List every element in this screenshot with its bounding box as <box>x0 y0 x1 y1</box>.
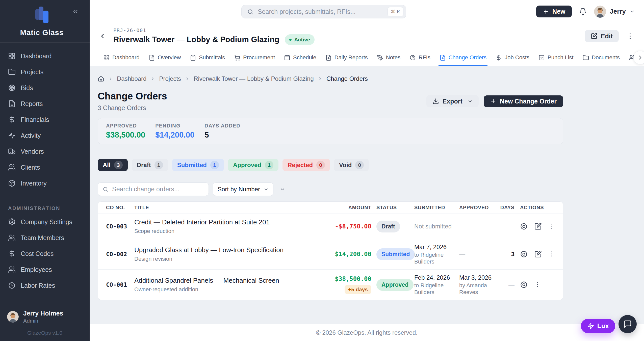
filter-draft[interactable]: Draft1 <box>132 159 168 171</box>
more-options-icon[interactable] <box>548 223 555 230</box>
change-order-search-input[interactable] <box>112 186 204 193</box>
sidebar-item-activity[interactable]: Activity <box>4 129 86 142</box>
sidebar-user-card[interactable]: Jerry Holmes Admin <box>0 303 90 326</box>
more-options-icon[interactable] <box>534 281 541 288</box>
tab-job-costs[interactable]: Job Costs <box>496 49 529 66</box>
breadcrumb-projects[interactable]: Projects <box>159 75 181 82</box>
filter-rejected[interactable]: Rejected0 <box>282 159 330 171</box>
sidebar-item-bids[interactable]: Bids <box>4 81 86 95</box>
notifications-bell-icon[interactable] <box>579 8 587 16</box>
tab-punch-list[interactable]: Punch List <box>538 49 574 66</box>
more-options-icon[interactable] <box>548 250 555 258</box>
user-menu[interactable]: Jerry <box>594 6 635 18</box>
search-icon <box>247 9 254 15</box>
table-row[interactable]: CO-003 Credit — Deleted Interior Partiti… <box>98 214 563 239</box>
row-subtitle: Design revision <box>134 256 321 262</box>
back-button[interactable] <box>99 32 106 40</box>
view-icon[interactable] <box>520 250 528 258</box>
sidebar-item-label: Clients <box>21 164 40 171</box>
sidebar-item-dashboard[interactable]: Dashboard <box>4 49 86 63</box>
sidebar-item-labor-rates[interactable]: Labor Rates <box>4 279 86 292</box>
tab-schedule[interactable]: Schedule <box>284 49 316 66</box>
table-row[interactable]: CO-001 Additional Spandrel Panels — Mech… <box>98 269 563 300</box>
sidebar-item-company-settings[interactable]: Company Settings <box>4 215 86 229</box>
view-icon[interactable] <box>520 281 528 288</box>
sidebar-item-projects[interactable]: Projects <box>4 65 86 79</box>
export-button[interactable]: Export <box>426 95 479 107</box>
sidebar-item-label: Dashboard <box>21 53 51 60</box>
filter-submitted[interactable]: Submitted1 <box>172 159 224 171</box>
gear-icon <box>8 218 16 226</box>
lightning-icon <box>587 323 594 330</box>
project-title: Riverwalk Tower — Lobby & Podium Glazing <box>113 35 279 44</box>
table-header: CO NO. TITLE AMOUNT STATUS SUBMITTED APP… <box>98 202 563 214</box>
filter-approved[interactable]: Approved1 <box>228 159 278 171</box>
tab-submittals[interactable]: Submittals <box>190 49 225 66</box>
col-days: DAYS <box>499 205 517 211</box>
tab-daily-reports[interactable]: Daily Reports <box>325 49 368 66</box>
edit-icon[interactable] <box>534 250 542 258</box>
sidebar-item-team-members[interactable]: Team Members <box>4 231 86 245</box>
filter-all[interactable]: All3 <box>98 159 128 171</box>
breadcrumb-project[interactable]: Riverwalk Tower — Lobby & Podium Glazing <box>194 75 314 82</box>
sort-select[interactable]: Sort by Number <box>213 182 273 196</box>
file-plus-icon <box>440 55 446 61</box>
project-tabs: Dashboard Overview Submittals Procuremen… <box>90 49 644 66</box>
tab-procurement[interactable]: Procurement <box>234 49 275 66</box>
brand-name: Matic Glass <box>0 28 84 37</box>
sidebar-item-vendors[interactable]: Vendors <box>4 145 86 158</box>
view-icon[interactable] <box>520 223 528 230</box>
table-row[interactable]: CO-002 Upgraded Glass at Lobby — Low-Iro… <box>98 239 563 269</box>
new-change-order-button[interactable]: New Change Order <box>484 95 563 107</box>
days-added-badge: +5 days <box>345 285 371 294</box>
tab-notes[interactable]: Notes <box>377 49 400 66</box>
sidebar-item-reports[interactable]: Reports <box>4 97 86 111</box>
sidebar-collapse-icon[interactable] <box>72 8 79 15</box>
breadcrumb-dashboard[interactable]: Dashboard <box>117 75 146 82</box>
sidebar-item-label: Reports <box>21 100 43 108</box>
lux-assistant-button[interactable]: Lux <box>581 319 615 333</box>
sidebar-user-name: Jerry Holmes <box>23 310 63 317</box>
sidebar-item-label: Projects <box>21 68 43 76</box>
filter-void[interactable]: Void0 <box>334 159 369 171</box>
summary-approved: APPROVED $38,500.00 <box>106 123 145 140</box>
home-icon[interactable] <box>98 75 104 82</box>
sidebar-item-employees[interactable]: Employees <box>4 263 86 276</box>
tab-change-orders[interactable]: Change Orders <box>440 49 486 66</box>
sidebar-item-cost-codes[interactable]: Cost Codes <box>4 247 86 260</box>
file-text-icon <box>149 55 155 61</box>
chevron-down-icon <box>629 9 635 14</box>
tab-documents[interactable]: Documents <box>583 49 620 66</box>
file-plus-icon <box>325 55 332 61</box>
sidebar-item-label: Team Members <box>21 234 64 242</box>
filter-count: 1 <box>210 161 219 169</box>
collapse-filters-icon[interactable] <box>279 186 286 192</box>
sidebar-item-label: Labor Rates <box>21 282 55 289</box>
status-dot <box>289 39 292 41</box>
edit-button[interactable]: Edit <box>585 30 619 42</box>
tab-dashboard[interactable]: Dashboard <box>103 49 140 66</box>
sidebar-item-clients[interactable]: Clients <box>4 161 86 174</box>
sidebar-section-administration: ADMINISTRATION <box>8 205 82 211</box>
new-button[interactable]: New <box>536 6 572 17</box>
main-area: ⌘ K New Jerry PR <box>90 0 644 341</box>
global-search-input[interactable] <box>258 8 383 15</box>
chevron-right-icon <box>150 76 155 81</box>
filter-count: 0 <box>355 161 364 169</box>
chevron-right-icon <box>185 76 190 81</box>
tab-overview[interactable]: Overview <box>149 49 181 66</box>
change-order-search[interactable] <box>98 182 209 196</box>
more-options-icon[interactable] <box>626 32 634 40</box>
sidebar-item-inventory[interactable]: Inventory <box>4 176 86 190</box>
activity-icon <box>8 132 16 139</box>
chat-button[interactable] <box>619 315 637 333</box>
edit-icon[interactable] <box>534 223 542 230</box>
dollar-icon <box>496 55 502 61</box>
target-icon <box>8 84 16 92</box>
row-title: Upgraded Glass at Lobby — Low-Iron Speci… <box>134 246 321 254</box>
global-search[interactable]: ⌘ K <box>241 5 406 18</box>
sidebar-item-financials[interactable]: Financials <box>4 113 86 126</box>
col-submitted: SUBMITTED <box>409 205 455 211</box>
breadcrumb-current: Change Orders <box>326 75 368 82</box>
tab-rfis[interactable]: RFIs <box>409 49 430 66</box>
